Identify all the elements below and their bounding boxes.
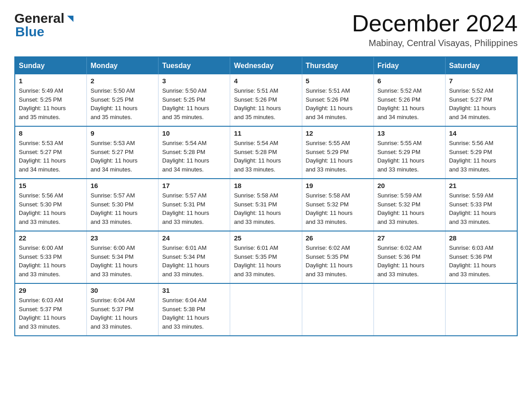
logo-general-text: General [14, 11, 64, 26]
day-number: 22 [19, 234, 83, 242]
calendar-cell: 29 Sunrise: 6:03 AM Sunset: 5:37 PM Dayl… [15, 283, 87, 336]
day-number: 18 [234, 182, 298, 189]
calendar-cell: 8 Sunrise: 5:53 AM Sunset: 5:27 PM Dayli… [15, 126, 87, 179]
calendar-week-row: 8 Sunrise: 5:53 AM Sunset: 5:27 PM Dayli… [15, 126, 517, 179]
calendar-cell: 28 Sunrise: 6:03 AM Sunset: 5:36 PM Dayl… [445, 231, 517, 283]
day-number: 2 [90, 77, 154, 85]
day-number: 17 [162, 182, 226, 189]
calendar-cell: 7 Sunrise: 5:52 AM Sunset: 5:27 PM Dayli… [445, 74, 517, 126]
calendar-table: SundayMondayTuesdayWednesdayThursdayFrid… [14, 56, 518, 336]
day-number: 9 [90, 129, 154, 137]
day-number: 16 [90, 182, 154, 189]
calendar-week-row: 22 Sunrise: 6:00 AM Sunset: 5:33 PM Dayl… [15, 231, 517, 283]
day-info: Sunrise: 5:52 AM Sunset: 5:27 PM Dayligh… [449, 86, 513, 121]
column-header-friday: Friday [373, 57, 445, 74]
day-info: Sunrise: 6:04 AM Sunset: 5:37 PM Dayligh… [90, 296, 154, 331]
day-number: 21 [449, 182, 513, 189]
column-header-monday: Monday [87, 57, 159, 74]
calendar-cell: 17 Sunrise: 5:57 AM Sunset: 5:31 PM Dayl… [159, 179, 230, 231]
day-number: 25 [234, 234, 298, 242]
day-number: 7 [449, 77, 513, 85]
calendar-cell [445, 283, 517, 336]
day-number: 19 [306, 182, 370, 189]
logo-triangle-icon [65, 14, 75, 24]
day-number: 15 [19, 182, 83, 189]
calendar-cell: 11 Sunrise: 5:54 AM Sunset: 5:28 PM Dayl… [230, 126, 302, 179]
calendar-cell: 20 Sunrise: 5:59 AM Sunset: 5:32 PM Dayl… [373, 179, 445, 231]
day-number: 31 [162, 287, 226, 294]
calendar-week-row: 1 Sunrise: 5:49 AM Sunset: 5:25 PM Dayli… [15, 74, 517, 126]
page-header: General Blue December 2024 Mabinay, Cent… [14, 11, 518, 48]
day-info: Sunrise: 6:03 AM Sunset: 5:36 PM Dayligh… [449, 244, 513, 278]
calendar-cell: 25 Sunrise: 6:01 AM Sunset: 5:35 PM Dayl… [230, 231, 302, 283]
day-info: Sunrise: 5:55 AM Sunset: 5:29 PM Dayligh… [378, 139, 442, 174]
calendar-cell: 12 Sunrise: 5:55 AM Sunset: 5:29 PM Dayl… [302, 126, 373, 179]
day-number: 10 [162, 129, 226, 137]
calendar-cell: 13 Sunrise: 5:55 AM Sunset: 5:29 PM Dayl… [373, 126, 445, 179]
calendar-cell: 15 Sunrise: 5:56 AM Sunset: 5:30 PM Dayl… [15, 179, 87, 231]
day-info: Sunrise: 5:58 AM Sunset: 5:32 PM Dayligh… [306, 191, 370, 226]
calendar-cell: 10 Sunrise: 5:54 AM Sunset: 5:28 PM Dayl… [159, 126, 230, 179]
day-number: 30 [90, 287, 154, 294]
day-info: Sunrise: 5:53 AM Sunset: 5:27 PM Dayligh… [90, 139, 154, 174]
day-number: 5 [306, 77, 370, 85]
day-number: 8 [19, 129, 83, 137]
calendar-cell: 6 Sunrise: 5:52 AM Sunset: 5:26 PM Dayli… [373, 74, 445, 126]
day-info: Sunrise: 6:00 AM Sunset: 5:33 PM Dayligh… [19, 244, 83, 278]
day-number: 26 [306, 234, 370, 242]
day-number: 28 [449, 234, 513, 242]
day-number: 14 [449, 129, 513, 137]
day-info: Sunrise: 5:51 AM Sunset: 5:26 PM Dayligh… [306, 86, 370, 121]
calendar-cell: 30 Sunrise: 6:04 AM Sunset: 5:37 PM Dayl… [87, 283, 159, 336]
calendar-cell: 4 Sunrise: 5:51 AM Sunset: 5:26 PM Dayli… [230, 74, 302, 126]
calendar-cell: 9 Sunrise: 5:53 AM Sunset: 5:27 PM Dayli… [87, 126, 159, 179]
column-header-sunday: Sunday [15, 57, 87, 74]
day-number: 1 [19, 77, 83, 85]
day-info: Sunrise: 5:59 AM Sunset: 5:33 PM Dayligh… [449, 191, 513, 226]
calendar-week-row: 29 Sunrise: 6:03 AM Sunset: 5:37 PM Dayl… [15, 283, 517, 336]
calendar-cell: 22 Sunrise: 6:00 AM Sunset: 5:33 PM Dayl… [15, 231, 87, 283]
day-info: Sunrise: 6:02 AM Sunset: 5:36 PM Dayligh… [378, 244, 442, 278]
column-header-wednesday: Wednesday [230, 57, 302, 74]
calendar-cell: 5 Sunrise: 5:51 AM Sunset: 5:26 PM Dayli… [302, 74, 373, 126]
day-info: Sunrise: 5:54 AM Sunset: 5:28 PM Dayligh… [162, 139, 226, 174]
day-info: Sunrise: 5:49 AM Sunset: 5:25 PM Dayligh… [19, 86, 83, 121]
calendar-cell: 14 Sunrise: 5:56 AM Sunset: 5:29 PM Dayl… [445, 126, 517, 179]
day-info: Sunrise: 5:57 AM Sunset: 5:31 PM Dayligh… [162, 191, 226, 226]
calendar-cell: 26 Sunrise: 6:02 AM Sunset: 5:35 PM Dayl… [302, 231, 373, 283]
day-info: Sunrise: 5:59 AM Sunset: 5:32 PM Dayligh… [378, 191, 442, 226]
day-number: 13 [378, 129, 442, 137]
svg-marker-0 [67, 16, 73, 22]
column-header-thursday: Thursday [302, 57, 373, 74]
logo: General Blue [14, 11, 75, 39]
day-info: Sunrise: 6:00 AM Sunset: 5:34 PM Dayligh… [90, 244, 154, 278]
column-header-tuesday: Tuesday [159, 57, 230, 74]
day-number: 4 [234, 77, 298, 85]
day-info: Sunrise: 5:55 AM Sunset: 5:29 PM Dayligh… [306, 139, 370, 174]
calendar-cell: 18 Sunrise: 5:58 AM Sunset: 5:31 PM Dayl… [230, 179, 302, 231]
calendar-cell [230, 283, 302, 336]
day-info: Sunrise: 5:56 AM Sunset: 5:29 PM Dayligh… [449, 139, 513, 174]
location-text: Mabinay, Central Visayas, Philippines [352, 38, 518, 48]
calendar-cell [302, 283, 373, 336]
calendar-cell [373, 283, 445, 336]
calendar-cell: 1 Sunrise: 5:49 AM Sunset: 5:25 PM Dayli… [15, 74, 87, 126]
calendar-week-row: 15 Sunrise: 5:56 AM Sunset: 5:30 PM Dayl… [15, 179, 517, 231]
logo-blue-text: Blue [14, 24, 44, 39]
day-number: 6 [378, 77, 442, 85]
day-number: 11 [234, 129, 298, 137]
day-info: Sunrise: 6:04 AM Sunset: 5:38 PM Dayligh… [162, 296, 226, 331]
day-info: Sunrise: 5:54 AM Sunset: 5:28 PM Dayligh… [234, 139, 298, 174]
day-info: Sunrise: 5:50 AM Sunset: 5:25 PM Dayligh… [162, 86, 226, 121]
day-number: 24 [162, 234, 226, 242]
month-year-heading: December 2024 [352, 11, 518, 36]
day-info: Sunrise: 5:58 AM Sunset: 5:31 PM Dayligh… [234, 191, 298, 226]
day-number: 3 [162, 77, 226, 85]
calendar-header-row: SundayMondayTuesdayWednesdayThursdayFrid… [15, 57, 517, 74]
day-number: 29 [19, 287, 83, 294]
title-block: December 2024 Mabinay, Central Visayas, … [352, 11, 518, 48]
day-info: Sunrise: 5:51 AM Sunset: 5:26 PM Dayligh… [234, 86, 298, 121]
calendar-cell: 3 Sunrise: 5:50 AM Sunset: 5:25 PM Dayli… [159, 74, 230, 126]
day-info: Sunrise: 5:52 AM Sunset: 5:26 PM Dayligh… [378, 86, 442, 121]
day-number: 20 [378, 182, 442, 189]
